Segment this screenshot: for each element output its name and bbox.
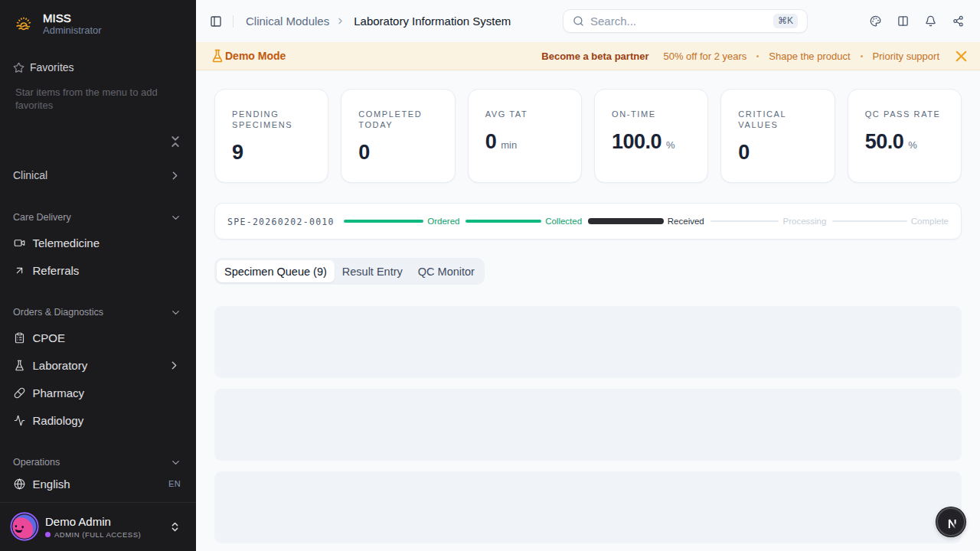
sidebar-item-pharmacy[interactable]: Pharmacy — [0, 379, 196, 406]
item-label: Referrals — [33, 264, 181, 277]
pill-icon — [14, 387, 25, 399]
chevrons-up-down-icon — [169, 521, 181, 533]
sidebar-toggle-button[interactable] — [204, 9, 228, 34]
sidebar-group-items: CPOE Laboratory Pharmacy Radiology — [0, 324, 196, 434]
tracker-steps: Ordered Collected Received Processing Co… — [344, 217, 949, 226]
group-label: Orders & Diagnostics — [13, 307, 170, 318]
theme-palette-button[interactable] — [864, 11, 886, 32]
user-role-row: ADMIN (FULL ACCESS) — [45, 530, 163, 539]
favorites-header: Favorites — [13, 61, 184, 73]
stat-label: ON-TIME — [612, 109, 691, 119]
stat-label: AVG TAT — [485, 109, 564, 119]
search-box[interactable]: ⌘K — [563, 9, 808, 33]
group-label: Care Delivery — [13, 212, 170, 223]
tab-bar-row: Specimen Queue (9) Result Entry QC Monit… — [214, 240, 962, 285]
stat-unit: % — [666, 139, 675, 151]
brand-text: MISS Administrator — [43, 11, 102, 36]
sidebar-item-referrals[interactable]: Referrals — [0, 256, 196, 284]
banner-perk: Priority support — [873, 51, 939, 62]
chevron-right-icon — [168, 359, 181, 372]
sidebar-item-radiology[interactable]: Radiology — [0, 406, 196, 434]
stat-value-row: 0min — [485, 132, 564, 152]
stage-label: Collected — [545, 217, 582, 226]
item-label: Laboratory — [33, 359, 161, 372]
chevron-down-icon — [170, 212, 181, 223]
tracker-stage-complete: Complete — [832, 217, 949, 226]
keyboard-shortcut-badge: ⌘K — [773, 14, 798, 28]
skeleton-row — [214, 471, 962, 543]
activity-icon — [14, 415, 25, 426]
flask-icon — [14, 360, 25, 371]
share-button[interactable] — [947, 11, 969, 32]
stat-value: 100.0 — [612, 132, 662, 152]
stat-card-avg-tat: AVG TAT 0min — [468, 89, 582, 183]
clipboard-list-icon — [14, 332, 25, 344]
star-icon — [13, 62, 24, 73]
item-label: English — [33, 478, 161, 491]
video-icon — [14, 237, 25, 249]
stat-card-critical-values: CRITICAL VALUES 0 — [720, 89, 835, 183]
stat-unit: min — [501, 139, 517, 151]
stat-value: 0 — [485, 132, 497, 152]
sidebar-item-laboratory[interactable]: Laboratory — [0, 351, 196, 379]
collapse-sections-icon[interactable] — [168, 135, 182, 148]
columns-icon — [897, 15, 909, 27]
sidebar-group-items: Telemedicine Referrals — [0, 229, 196, 284]
layout-columns-button[interactable] — [892, 11, 913, 32]
sidebar-group-care-delivery[interactable]: Care Delivery — [13, 211, 181, 223]
search-input[interactable] — [590, 15, 773, 28]
breadcrumb-root[interactable]: Clinical Modules — [246, 15, 329, 28]
tab-specimen-queue[interactable]: Specimen Queue (9) — [217, 260, 335, 282]
stage-label: Received — [668, 217, 704, 226]
dot-separator — [756, 55, 759, 57]
banner-title: Demo Mode — [225, 50, 286, 62]
favorites-empty-text: Star items from the menu to add favorite… — [15, 86, 181, 112]
item-label: Telemedicine — [33, 236, 181, 249]
banner-perk: Shape the product — [769, 51, 850, 62]
sidebar-group-orders-diagnostics[interactable]: Orders & Diagnostics — [13, 306, 181, 318]
stat-value: 0 — [738, 142, 750, 163]
tracker-stage-received: Received — [588, 217, 704, 226]
group-label: Operations — [13, 457, 170, 468]
stage-line — [466, 220, 541, 223]
banner-cta-link[interactable]: Become a beta partner — [541, 51, 648, 62]
language-badge: EN — [168, 479, 181, 488]
stat-card-completed-today: COMPLETED TODAY 0 — [341, 89, 455, 183]
chevron-down-icon — [170, 307, 181, 318]
page-content: PENDING SPECIMENS 9 COMPLETED TODAY 0 AV… — [196, 70, 980, 551]
nextjs-devtools-button[interactable] — [936, 507, 965, 536]
specimen-id: SPE-20260202-0010 — [227, 217, 335, 227]
sidebar-item-telemedicine[interactable]: Telemedicine — [0, 229, 196, 256]
notifications-button[interactable] — [920, 11, 941, 32]
sidebar-group-clinical[interactable]: Clinical — [13, 169, 181, 181]
stat-cards: PENDING SPECIMENS 9 COMPLETED TODAY 0 AV… — [214, 89, 962, 183]
sidebar-group-operations[interactable]: Operations — [13, 456, 181, 468]
sidebar: MISS Administrator Favorites Star items … — [0, 0, 196, 551]
sidebar-brand[interactable]: MISS Administrator — [0, 0, 196, 37]
stat-unit: % — [908, 139, 917, 151]
globe-icon — [14, 478, 25, 490]
skeleton-row — [214, 306, 962, 378]
brand-subtitle: Administrator — [43, 24, 102, 36]
sidebar-item-language[interactable]: English EN — [0, 470, 196, 497]
stage-line — [588, 218, 664, 224]
favorites-label: Favorites — [30, 61, 74, 73]
user-info: Demo Admin ADMIN (FULL ACCESS) — [45, 515, 163, 539]
sunrise-logo-icon — [15, 15, 33, 33]
sidebar-item-cpoe[interactable]: CPOE — [0, 324, 196, 351]
main-area: Clinical Modules Laboratory Information … — [196, 0, 980, 551]
tab-qc-monitor[interactable]: QC Monitor — [410, 260, 482, 282]
tab-result-entry[interactable]: Result Entry — [335, 260, 410, 282]
item-label: Radiology — [33, 414, 181, 427]
specimen-progress-tracker: SPE-20260202-0010 Ordered Collected Rece… — [214, 203, 962, 240]
banner-close-button[interactable] — [952, 47, 970, 65]
sidebar-user-menu[interactable]: Demo Admin ADMIN (FULL ACCESS) — [0, 502, 196, 551]
tab-bar: Specimen Queue (9) Result Entry QC Monit… — [214, 258, 485, 285]
palette-icon — [870, 15, 881, 27]
stat-label: QC PASS RATE — [865, 109, 944, 119]
stat-value-row: 50.0% — [865, 132, 944, 152]
user-role: ADMIN (FULL ACCESS) — [54, 530, 141, 539]
brand-title: MISS — [43, 11, 102, 24]
flask-icon — [211, 49, 224, 63]
search-icon — [573, 15, 584, 27]
